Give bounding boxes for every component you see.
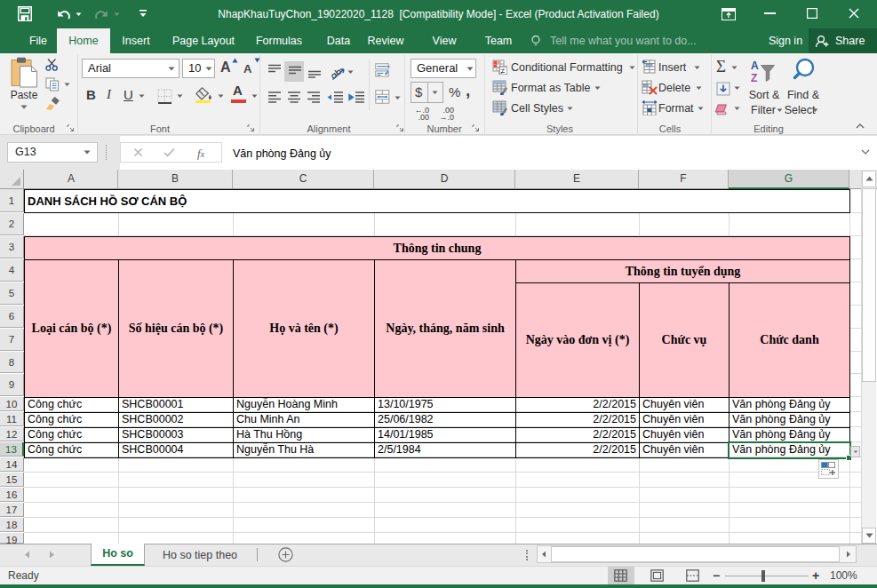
svg-text:≠: ≠ — [501, 67, 506, 75]
svg-text:Z: Z — [751, 72, 757, 83]
svg-text:A: A — [751, 60, 759, 72]
